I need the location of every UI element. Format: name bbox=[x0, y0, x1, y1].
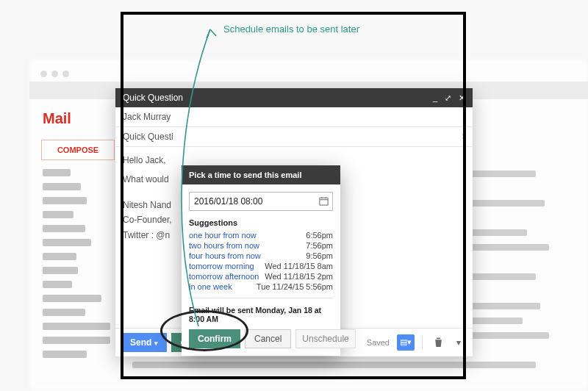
recipient-row[interactable]: Jack Murray bbox=[115, 107, 473, 127]
schedule-popup: Pick a time to send this email Suggestio… bbox=[182, 165, 340, 356]
suggestion-time: 6:56pm bbox=[306, 231, 333, 240]
suggestions-header: Suggestions bbox=[189, 218, 333, 227]
suggestion-row[interactable]: tomorrow afternoonWed 11/18/15 2pm bbox=[189, 271, 333, 281]
suggestion-link: tomorrow morning bbox=[189, 262, 254, 270]
suggestion-time: Wed 11/18/15 8am bbox=[265, 262, 333, 270]
suggestion-link: in one week bbox=[189, 282, 232, 291]
recipient-text: Jack Murray bbox=[123, 112, 171, 122]
svg-rect-8 bbox=[320, 198, 328, 205]
window-traffic-lights bbox=[40, 71, 69, 77]
app-logo: Mail bbox=[43, 110, 71, 127]
suggestion-time: 7:56pm bbox=[306, 241, 333, 250]
suggestion-link: two hours from now bbox=[189, 241, 259, 250]
toolbar-divider bbox=[422, 336, 423, 349]
saved-indicator: Saved bbox=[367, 338, 390, 347]
close-icon[interactable]: ✕ bbox=[459, 93, 465, 103]
suggestion-link: tomorrow afternoon bbox=[189, 272, 259, 281]
expand-icon[interactable]: ⤢ bbox=[445, 93, 451, 103]
subject-row[interactable]: Quick Questi × bbox=[115, 127, 473, 147]
subject-close-icon[interactable]: × bbox=[462, 132, 467, 142]
suggestion-time: 9:56pm bbox=[306, 251, 333, 260]
suggestion-row[interactable]: one hour from now6:56pm bbox=[189, 230, 333, 240]
suggestion-row[interactable]: in one weekTue 11/24/15 5:56pm bbox=[189, 281, 333, 292]
more-menu-icon[interactable]: ▾ bbox=[451, 334, 467, 351]
template-button[interactable]: ▤▾ bbox=[397, 334, 415, 351]
compose-title: Quick Question bbox=[123, 93, 183, 103]
suggestion-link: four hours from now bbox=[189, 251, 261, 260]
cancel-button[interactable]: Cancel bbox=[245, 329, 291, 348]
popup-title: Pick a time to send this email bbox=[182, 165, 340, 184]
annotation-label: Schedule emails to be sent later bbox=[223, 24, 359, 35]
trash-icon[interactable] bbox=[430, 334, 446, 351]
confirm-button[interactable]: Confirm bbox=[189, 329, 240, 348]
suggestion-link: one hour from now bbox=[189, 231, 257, 240]
unschedule-button[interactable]: Unschedule bbox=[295, 329, 355, 348]
subject-text: Quick Questi bbox=[123, 132, 173, 142]
sidebar-folder-list bbox=[43, 169, 110, 358]
calendar-icon[interactable] bbox=[318, 196, 329, 208]
compose-titlebar[interactable]: Quick Question _ ⤢ ✕ bbox=[115, 88, 473, 107]
suggestion-row[interactable]: tomorrow morningWed 11/18/15 8am bbox=[189, 261, 333, 271]
send-button[interactable]: Send bbox=[121, 333, 167, 352]
suggestion-row[interactable]: four hours from now9:56pm bbox=[189, 251, 333, 261]
minimize-icon[interactable]: _ bbox=[433, 93, 437, 102]
suggestion-time: Tue 11/24/15 5:56pm bbox=[257, 282, 333, 291]
schedule-status: Email will be sent Monday, Jan 18 at 8:0… bbox=[182, 306, 340, 329]
suggestion-row[interactable]: two hours from now7:56pm bbox=[189, 240, 333, 251]
compose-button-bg: COMPOSE bbox=[41, 140, 115, 160]
datetime-input[interactable] bbox=[189, 192, 333, 211]
suggestion-time: Wed 11/18/15 2pm bbox=[265, 272, 333, 281]
